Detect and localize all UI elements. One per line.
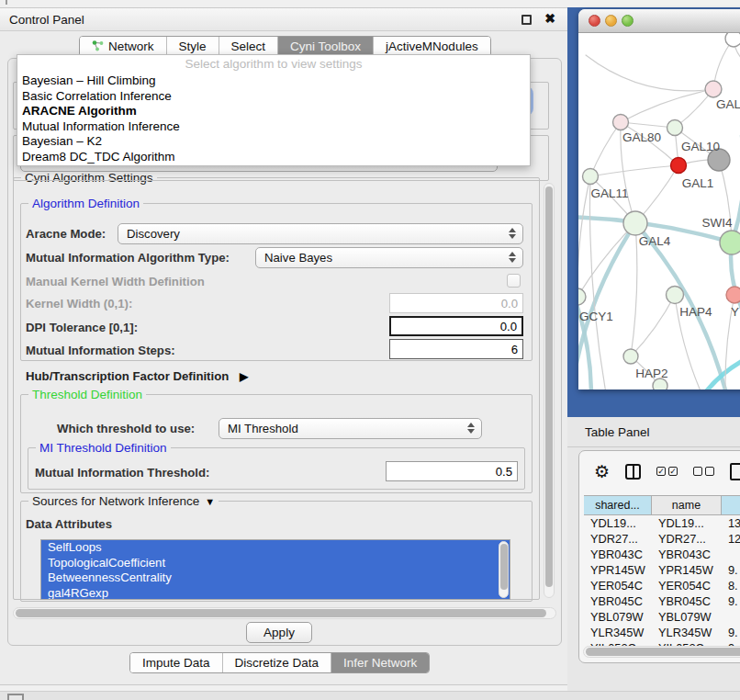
hub-definition-section[interactable]: Hub/Transcription Factor Definition ▶ (26, 369, 248, 383)
column-header[interactable]: A (722, 496, 740, 514)
sources-title[interactable]: Sources for Network Inference▼ (28, 494, 219, 508)
dpi-tolerance-label: DPI Tolerance [0,1]: (26, 321, 138, 334)
algorithm-option[interactable]: Bayesian – Hill Climbing (17, 73, 530, 89)
network-edge[interactable] (578, 223, 635, 390)
network-edge[interactable] (732, 136, 740, 243)
network-node-swi4[interactable] (720, 231, 740, 254)
network-node-gal4[interactable] (623, 211, 647, 235)
table-row[interactable]: YBR043CYBR043C (584, 547, 740, 562)
scrollbar-thumb[interactable] (545, 186, 553, 587)
control-panel-title: Control Panel (9, 13, 84, 27)
table-cell: 12 (722, 531, 740, 547)
algorithm-option[interactable]: Dream8 DC_TDC Algorithm (17, 150, 530, 165)
node-label: GCY1 (579, 310, 613, 323)
table-row[interactable]: YDL19...YDL19...13 (584, 515, 740, 531)
attributes-list-scrollbar[interactable] (499, 541, 509, 598)
table-cell: YBR043C (584, 547, 652, 562)
close-icon[interactable]: ✖ (544, 11, 555, 26)
network-canvas[interactable]: GALGAL80GAL10GAL1GAL11GAL4SWI4GCY1HAP4YH… (578, 33, 740, 390)
unchecked-columns-icon[interactable] (693, 467, 714, 476)
close-traffic-light-icon[interactable] (589, 15, 600, 27)
tab-cyni-toolbox[interactable]: Cyni Toolbox (278, 37, 374, 56)
table-row[interactable]: YLR345WYLR345W9. (584, 625, 740, 640)
network-node-gal[interactable] (705, 81, 722, 97)
tab-jactivemnodules[interactable]: jActiveMNodules (374, 37, 490, 56)
settings-vertical-scrollbar[interactable] (544, 183, 555, 598)
apply-button[interactable]: Apply (246, 622, 312, 643)
collapse-down-icon[interactable]: ▼ (205, 496, 215, 507)
table-cell: YLR345W (584, 625, 652, 640)
scrollbar-thumb[interactable] (500, 544, 508, 590)
tab-impute-data[interactable]: Impute Data (130, 653, 223, 672)
columns-icon[interactable] (625, 464, 641, 480)
tab-label: Infer Network (343, 656, 417, 670)
column-header[interactable]: name (652, 496, 722, 514)
column-header[interactable]: shared... (584, 496, 652, 514)
network-edge[interactable] (590, 122, 621, 176)
document-icon[interactable] (730, 463, 740, 480)
table-row[interactable]: YPR145WYPR145W9. (584, 562, 740, 578)
expand-right-icon[interactable]: ▶ (240, 370, 248, 383)
aracne-mode-combo[interactable]: Discovery (118, 223, 523, 244)
table-cell: YBR045C (652, 593, 722, 609)
tab-select[interactable]: Select (219, 37, 279, 56)
network-edge[interactable] (631, 295, 675, 356)
network-node-hap4[interactable] (667, 287, 684, 304)
algorithm-option[interactable]: Bayesian – K2 (17, 134, 530, 150)
node-label: GAL (716, 97, 740, 111)
algorithm-option[interactable]: Mutual Information Inference (17, 119, 530, 135)
manual-kernel-checkbox[interactable] (507, 274, 521, 288)
float-window-icon[interactable] (521, 15, 532, 25)
tab-infer-network[interactable]: Infer Network (331, 653, 429, 672)
which-threshold-combo[interactable]: MI Threshold (219, 418, 482, 439)
mi-steps-field[interactable] (389, 339, 523, 359)
table-row[interactable]: YDR27...YDR27...12 (584, 531, 740, 547)
attribute-item[interactable]: gal4RGexp (41, 586, 510, 601)
table-row[interactable]: YBR045CYBR045C9. (584, 593, 740, 609)
kernel-width-field[interactable] (389, 293, 523, 313)
stepper-arrows-icon (509, 228, 516, 239)
network-edge[interactable] (590, 165, 678, 176)
network-edge[interactable] (631, 223, 637, 356)
data-attributes-label: Data Attributes (26, 517, 112, 531)
scrollbar-thumb[interactable] (586, 648, 740, 656)
table-horizontal-scrollbar[interactable] (583, 646, 740, 658)
network-node-gcy1[interactable] (578, 288, 586, 305)
table-row[interactable]: YBL079WYBL079W (584, 609, 740, 625)
algorithm-option[interactable]: Basic Correlation Inference (17, 89, 530, 105)
mi-type-combo[interactable]: Naive Bayes (255, 247, 523, 268)
network-node-hap2[interactable] (623, 349, 638, 364)
network-node-y[interactable] (726, 287, 740, 303)
network-edge[interactable] (586, 55, 713, 91)
algorithm-list: Bayesian – Hill ClimbingBasic Correlatio… (17, 73, 530, 164)
tab-network[interactable]: Network (80, 37, 167, 56)
tab-discretize-data[interactable]: Discretize Data (223, 653, 332, 672)
corner-button[interactable] (7, 694, 24, 700)
attribute-item[interactable]: BetweennessCentrality (41, 570, 510, 586)
mi-threshold-field[interactable] (386, 461, 518, 481)
attribute-item[interactable]: TopologicalCoefficient (41, 556, 510, 571)
network-edge[interactable] (700, 360, 740, 390)
algorithm-option[interactable]: ARACNE Algorithm (17, 104, 530, 119)
checked-columns-icon[interactable]: ✓✓ (656, 467, 678, 476)
network-node-gal11[interactable] (583, 169, 599, 185)
node-label: GAL10 (681, 140, 720, 153)
minimize-traffic-light-icon[interactable] (605, 15, 617, 27)
table-cell: 13 (722, 515, 740, 531)
network-node-gal1[interactable] (671, 158, 687, 174)
gear-icon[interactable]: ⚙ (594, 463, 610, 480)
tab-style[interactable]: Style (167, 37, 219, 56)
network-node-gal10[interactable] (667, 120, 683, 136)
dpi-tolerance-field[interactable] (389, 316, 523, 336)
attribute-item[interactable]: SelfLoops (41, 540, 510, 556)
panel-horizontal-scrollbar[interactable] (13, 607, 556, 619)
node-label: SWI4 (701, 216, 732, 230)
zoom-traffic-light-icon[interactable] (622, 15, 633, 27)
network-node[interactable] (725, 33, 740, 47)
scrollbar-thumb[interactable] (16, 609, 546, 617)
table-toolbar: ⚙ ✓✓ (579, 451, 740, 491)
network-node-gal80[interactable] (613, 115, 629, 130)
table-row[interactable]: YER054CYER054C8. (584, 578, 740, 593)
table-cell: YDL19... (652, 515, 722, 531)
tab-label: Style (179, 40, 207, 53)
